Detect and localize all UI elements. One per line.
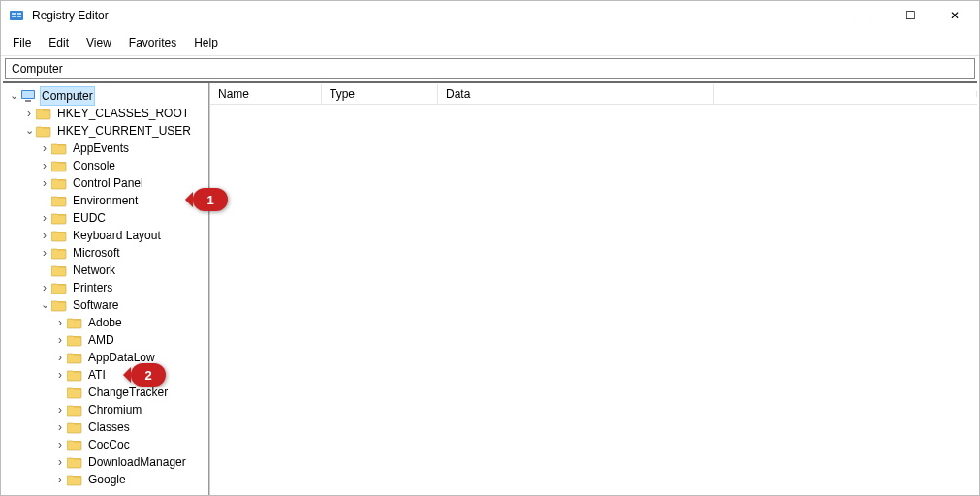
tree-node[interactable]: Network bbox=[3, 262, 208, 279]
folder-icon bbox=[67, 351, 82, 364]
column-data[interactable]: Data bbox=[438, 84, 714, 104]
menu-help[interactable]: Help bbox=[186, 32, 226, 53]
folder-icon bbox=[36, 124, 51, 138]
tree-node[interactable]: CocCoc bbox=[3, 436, 208, 453]
folder-icon bbox=[51, 211, 67, 225]
chevron-right-icon[interactable] bbox=[53, 436, 67, 454]
close-button[interactable]: ✕ bbox=[933, 1, 977, 30]
tree-node[interactable]: HKEY_CLASSES_ROOT bbox=[3, 105, 208, 122]
tree-node-label: EUDC bbox=[71, 209, 108, 227]
tree-node[interactable]: ChangeTracker bbox=[3, 384, 208, 401]
chevron-right-icon[interactable] bbox=[53, 453, 67, 472]
tree-node[interactable]: AMD bbox=[3, 331, 208, 349]
address-bar[interactable]: Computer bbox=[5, 58, 975, 79]
menu-view[interactable]: View bbox=[79, 32, 119, 53]
tree-node[interactable]: Software bbox=[3, 296, 208, 314]
menu-file[interactable]: File bbox=[5, 32, 39, 53]
tree-node[interactable]: Google bbox=[3, 471, 208, 488]
tree-node-label: ATI bbox=[86, 366, 108, 384]
chevron-right-icon[interactable] bbox=[38, 244, 51, 263]
column-type[interactable]: Type bbox=[322, 84, 438, 104]
tree-node[interactable]: HKEY_CURRENT_USER bbox=[3, 122, 208, 140]
tree-node-label: ChangeTracker bbox=[86, 384, 170, 401]
tree-node[interactable]: Chromium bbox=[3, 401, 208, 418]
chevron-right-icon[interactable] bbox=[53, 314, 67, 332]
tree-node[interactable]: Environment bbox=[3, 192, 208, 209]
chevron-down-icon[interactable] bbox=[7, 87, 20, 106]
folder-icon bbox=[51, 229, 67, 242]
tree-scroll[interactable]: ComputerHKEY_CLASSES_ROOTHKEY_CURRENT_US… bbox=[3, 83, 208, 495]
folder-icon bbox=[51, 176, 67, 190]
maximize-button[interactable]: ☐ bbox=[888, 1, 933, 30]
chevron-right-icon[interactable] bbox=[53, 349, 67, 367]
svg-rect-6 bbox=[22, 91, 34, 98]
content-area: ComputerHKEY_CLASSES_ROOTHKEY_CURRENT_US… bbox=[3, 81, 977, 495]
folder-icon bbox=[51, 141, 67, 155]
chevron-right-icon[interactable] bbox=[38, 157, 51, 175]
menu-favorites[interactable]: Favorites bbox=[121, 32, 184, 53]
chevron-right-icon[interactable] bbox=[38, 174, 51, 193]
chevron-right-icon[interactable] bbox=[53, 366, 67, 385]
regedit-icon bbox=[9, 8, 24, 23]
tree-node[interactable]: Microsoft bbox=[3, 244, 208, 262]
tree-node[interactable]: Console bbox=[3, 157, 208, 174]
chevron-right-icon[interactable] bbox=[53, 471, 67, 489]
folder-icon bbox=[67, 420, 82, 434]
tree-node-label: Environment bbox=[71, 192, 140, 209]
minimize-button[interactable]: — bbox=[843, 1, 888, 30]
tree-node[interactable]: Computer bbox=[3, 87, 208, 105]
tree-node-label: Chromium bbox=[86, 401, 143, 418]
column-name[interactable]: Name bbox=[210, 84, 322, 104]
tree-node[interactable]: AppDataLow bbox=[3, 349, 208, 366]
column-extra[interactable] bbox=[714, 91, 977, 97]
tree-node-label: Google bbox=[86, 471, 128, 488]
tree-node[interactable]: Printers bbox=[3, 279, 208, 296]
chevron-down-icon[interactable] bbox=[38, 296, 51, 315]
menu-edit[interactable]: Edit bbox=[41, 32, 77, 53]
folder-icon bbox=[67, 368, 82, 382]
tree-node[interactable]: Control Panel bbox=[3, 174, 208, 192]
chevron-down-icon[interactable] bbox=[22, 122, 36, 140]
menubar: File Edit View Favorites Help bbox=[1, 30, 979, 56]
folder-icon bbox=[67, 438, 82, 451]
svg-rect-1 bbox=[12, 13, 16, 15]
annotation-badge-1: 1 bbox=[193, 188, 228, 211]
tree-node[interactable]: ATI bbox=[3, 366, 208, 384]
tree-node-label: Microsoft bbox=[71, 244, 122, 262]
chevron-right-icon[interactable] bbox=[53, 401, 67, 419]
folder-icon bbox=[51, 281, 67, 294]
tree-node-label: AMD bbox=[86, 331, 116, 349]
folder-icon bbox=[67, 403, 82, 417]
tree-node[interactable]: Keyboard Layout bbox=[3, 227, 208, 244]
window-title: Registry Editor bbox=[32, 9, 109, 22]
chevron-right-icon[interactable] bbox=[38, 227, 51, 245]
chevron-right-icon[interactable] bbox=[38, 209, 51, 228]
folder-icon bbox=[67, 333, 82, 347]
chevron-right-icon[interactable] bbox=[38, 140, 51, 158]
tree-node-label: Printers bbox=[71, 279, 114, 296]
tree-node-label: Control Panel bbox=[71, 174, 145, 192]
tree-node-label: Software bbox=[71, 296, 120, 314]
folder-icon bbox=[51, 264, 67, 277]
tree-node-label: HKEY_CLASSES_ROOT bbox=[55, 105, 191, 122]
chevron-right-icon[interactable] bbox=[53, 331, 67, 350]
tree-node[interactable]: AppEvents bbox=[3, 140, 208, 157]
tree-node[interactable]: DownloadManager bbox=[3, 453, 208, 471]
tree-node-label: Computer bbox=[40, 86, 95, 106]
chevron-right-icon[interactable] bbox=[38, 279, 51, 297]
folder-icon bbox=[36, 107, 51, 120]
folder-icon bbox=[51, 159, 67, 172]
tree-node[interactable]: EUDC bbox=[3, 209, 208, 227]
chevron-right-icon[interactable] bbox=[22, 105, 36, 123]
tree-node[interactable]: Adobe bbox=[3, 314, 208, 331]
tree-node-label: Adobe bbox=[86, 314, 124, 331]
registry-tree: ComputerHKEY_CLASSES_ROOTHKEY_CURRENT_US… bbox=[3, 83, 208, 488]
folder-icon bbox=[51, 246, 67, 260]
tree-node-label: AppEvents bbox=[71, 140, 131, 157]
tree-node-label: Keyboard Layout bbox=[71, 227, 163, 244]
tree-node-label: HKEY_CURRENT_USER bbox=[55, 122, 193, 140]
tree-node[interactable]: Classes bbox=[3, 418, 208, 436]
tree-node-label: Classes bbox=[86, 418, 132, 436]
titlebar: Registry Editor — ☐ ✕ bbox=[1, 1, 979, 30]
chevron-right-icon[interactable] bbox=[53, 418, 67, 437]
